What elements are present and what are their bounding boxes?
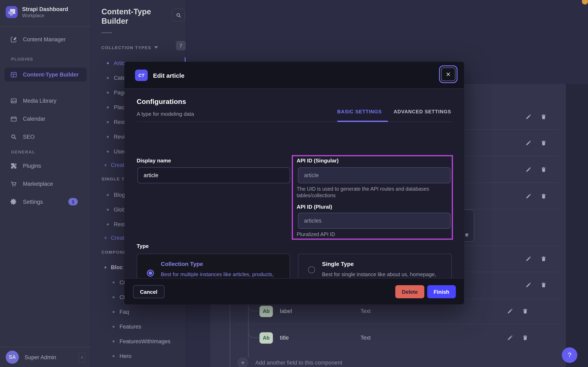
tab-basic-settings[interactable]: BASIC SETTINGS [337,109,382,115]
api-id-plural-input[interactable] [298,213,450,229]
delete-button[interactable]: Delete [395,285,424,298]
api-id-singular-input[interactable] [298,167,450,183]
app-root: Strapi Dashboard Workplace Content Manag… [0,0,588,367]
content-type-badge: CT [135,70,148,81]
option-title: Single Type [322,261,354,267]
tab-advanced-settings[interactable]: ADVANCED SETTINGS [394,109,451,115]
api-id-plural-label: API ID (Plural) [297,204,332,210]
api-id-singular-label: API ID (Singular) [297,158,339,164]
close-icon [446,72,451,77]
cancel-button[interactable]: Cancel [133,285,164,298]
display-name-input[interactable] [138,167,290,183]
finish-button[interactable]: Finish [427,285,456,298]
edit-article-modal: CT Edit article Configurations A type fo… [124,62,464,304]
api-id-singular-help: The UID is used to generate the API rout… [297,186,448,199]
modal-body: Configurations A type for modeling data … [124,89,464,278]
option-title: Collection Type [161,261,203,267]
configurations-heading: Configurations [137,98,186,106]
modal-header: CT Edit article [124,62,464,89]
active-tab-underline [337,121,388,122]
api-id-plural-help: Pluralized API ID [297,232,335,238]
display-name-label: Display name [137,158,171,164]
tabs-divider [137,122,452,122]
radio-selected-icon[interactable] [147,270,154,276]
help-button[interactable]: ? [562,347,577,363]
modal-title: Edit article [153,72,184,79]
radio-unselected-icon[interactable] [308,266,315,273]
modal-footer: Cancel Delete Finish [124,278,464,304]
type-label: Type [137,243,149,249]
close-button[interactable] [439,66,457,83]
configurations-subheading: A type for modeling data [137,111,194,117]
